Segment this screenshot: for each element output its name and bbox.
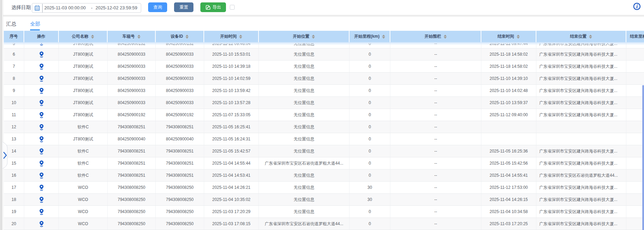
svg-text:i: i <box>636 3 638 10</box>
